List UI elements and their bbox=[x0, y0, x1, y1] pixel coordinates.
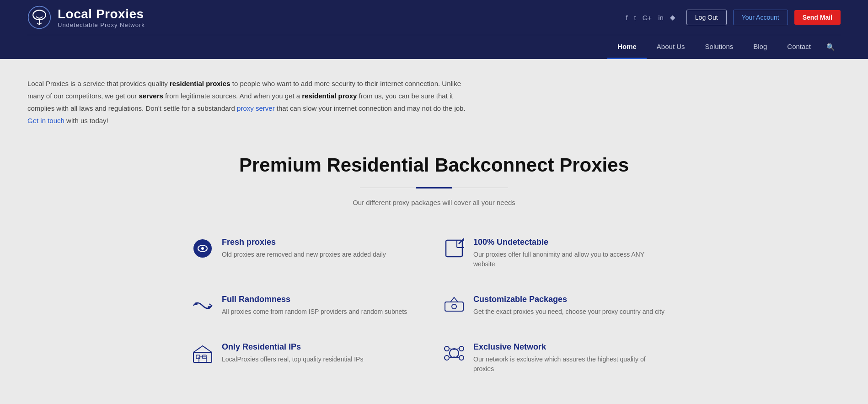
feature-customizable-desc: Get the exact proxies you need, choose y… bbox=[473, 307, 664, 317]
title-divider bbox=[27, 187, 841, 189]
proxy-ip-icon bbox=[192, 237, 214, 259]
svg-point-15 bbox=[450, 349, 459, 358]
feature-customizable: Customizable Packages Get the exact prox… bbox=[434, 282, 686, 329]
main-nav: Home About Us Solutions Blog Contact 🔍 bbox=[27, 35, 841, 59]
feature-residential-desc: LocalProxies offers real, top quality re… bbox=[222, 355, 363, 364]
feature-customizable-text: Customizable Packages Get the exact prox… bbox=[473, 295, 664, 317]
svg-point-10 bbox=[452, 304, 456, 309]
residential-icon bbox=[192, 342, 214, 364]
undetectable-icon bbox=[443, 237, 465, 259]
section-title: Premium Residential Backconnect Proxies bbox=[27, 154, 841, 176]
twitter-icon[interactable]: t bbox=[634, 14, 636, 22]
nav-about[interactable]: About Us bbox=[647, 35, 695, 59]
feature-residential-text: Only Residential IPs LocalProxies offers… bbox=[222, 342, 363, 364]
svg-point-18 bbox=[445, 356, 449, 360]
intro-paragraph: Local Proxies is a service that provides… bbox=[27, 77, 466, 127]
randomness-icon bbox=[192, 295, 214, 317]
feature-randomness-desc: All proxies come from random ISP provide… bbox=[222, 307, 407, 317]
googleplus-icon[interactable]: G+ bbox=[643, 14, 652, 22]
facebook-icon[interactable]: f bbox=[626, 14, 627, 22]
main-content: Local Proxies is a service that provides… bbox=[0, 59, 868, 404]
send-mail-button[interactable]: Send Mail bbox=[794, 10, 841, 25]
svg-point-0 bbox=[28, 6, 51, 29]
svg-point-7 bbox=[195, 302, 198, 305]
feature-fresh-proxies: Fresh proxies Old proxies are removed an… bbox=[182, 225, 434, 282]
nav-blog[interactable]: Blog bbox=[743, 35, 777, 59]
feature-residential-title: Only Residential IPs bbox=[222, 342, 363, 352]
feature-fresh-desc: Old proxies are removed and new proxies … bbox=[222, 250, 386, 259]
logo-area: Local Proxies Undetectable Proxy Network bbox=[27, 5, 145, 29]
feature-customizable-title: Customizable Packages bbox=[473, 295, 664, 304]
feature-undetectable-text: 100% Undetectable Our proxies offer full… bbox=[473, 237, 667, 269]
svg-rect-9 bbox=[445, 302, 463, 311]
section-subtitle: Our different proxy packages will cover … bbox=[27, 199, 841, 206]
svg-point-16 bbox=[445, 346, 449, 351]
features-grid: Fresh proxies Old proxies are removed an… bbox=[182, 225, 686, 387]
feature-residential: Only Residential IPs LocalProxies offers… bbox=[182, 329, 434, 387]
customizable-icon bbox=[443, 295, 465, 317]
svg-point-17 bbox=[459, 346, 464, 351]
search-icon[interactable]: 🔍 bbox=[821, 36, 841, 59]
nav-home[interactable]: Home bbox=[607, 35, 647, 59]
feature-exclusive-title: Exclusive Network bbox=[473, 342, 667, 352]
divider-left bbox=[360, 188, 415, 188]
divider-right bbox=[453, 188, 508, 188]
feature-exclusive-text: Exclusive Network Our network is exclusi… bbox=[473, 342, 667, 374]
feature-fresh-title: Fresh proxies bbox=[222, 237, 386, 247]
social-icons: f t G+ in ◆ bbox=[626, 13, 675, 22]
feature-randomness: Full Randomness All proxies come from ra… bbox=[182, 282, 434, 329]
exclusive-icon bbox=[443, 342, 465, 364]
section-title-area: Premium Residential Backconnect Proxies … bbox=[27, 154, 841, 206]
feature-exclusive-desc: Our network is exclusive which assures t… bbox=[473, 355, 667, 374]
feature-randomness-title: Full Randomness bbox=[222, 295, 407, 304]
svg-point-19 bbox=[459, 356, 464, 360]
nav-contact[interactable]: Contact bbox=[777, 35, 821, 59]
logo-text: Local Proxies Undetectable Proxy Network bbox=[58, 7, 145, 28]
header-right: f t G+ in ◆ Log Out Your Account Send Ma… bbox=[626, 10, 841, 25]
feature-randomness-text: Full Randomness All proxies come from ra… bbox=[222, 295, 407, 317]
divider-accent bbox=[416, 187, 452, 189]
feature-undetectable-desc: Our proxies offer full anonimity and all… bbox=[473, 250, 667, 269]
feature-exclusive: Exclusive Network Our network is exclusi… bbox=[434, 329, 686, 387]
feature-fresh-text: Fresh proxies Old proxies are removed an… bbox=[222, 237, 386, 259]
get-in-touch-link[interactable]: Get in touch bbox=[27, 117, 64, 124]
feature-undetectable-title: 100% Undetectable bbox=[473, 237, 667, 247]
proxy-server-link[interactable]: proxy server bbox=[237, 104, 275, 112]
site-header: Local Proxies Undetectable Proxy Network… bbox=[0, 0, 868, 59]
feature-undetectable: 100% Undetectable Our proxies offer full… bbox=[434, 225, 686, 282]
nav-solutions[interactable]: Solutions bbox=[695, 35, 744, 59]
your-account-button[interactable]: Your Account bbox=[733, 10, 788, 25]
linkedin-icon[interactable]: in bbox=[658, 14, 664, 22]
logo-icon bbox=[27, 5, 51, 29]
brand-name: Local Proxies bbox=[58, 7, 145, 22]
logout-button[interactable]: Log Out bbox=[686, 10, 727, 25]
other-icon[interactable]: ◆ bbox=[670, 13, 675, 22]
brand-tagline: Undetectable Proxy Network bbox=[58, 22, 145, 28]
svg-point-4 bbox=[201, 247, 204, 250]
